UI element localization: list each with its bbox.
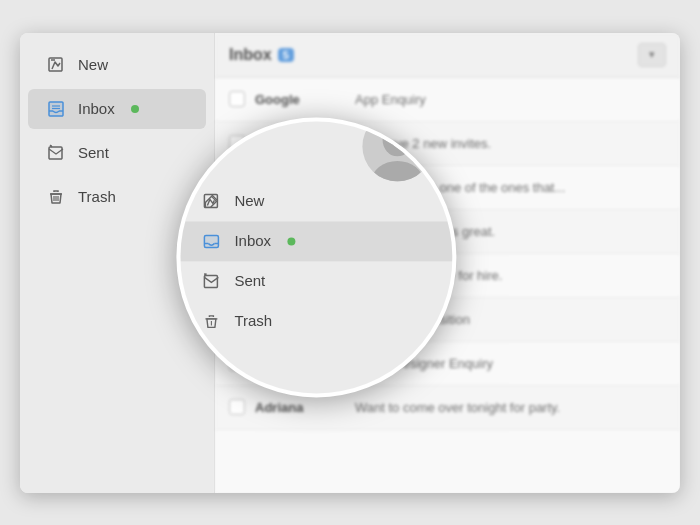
trash-icon — [200, 310, 222, 332]
circle-sidebar: New Inbox — [180, 176, 452, 393]
edit-icon — [46, 55, 66, 75]
table-row[interactable]: Google App Enquiry — [215, 78, 680, 122]
sent-icon — [46, 143, 66, 163]
toolbar-title: Inbox 5 — [229, 46, 294, 64]
circle-item-trash[interactable]: Trash — [180, 301, 452, 341]
circle-inner: New Inbox — [180, 121, 452, 393]
sidebar-trash-label: Trash — [78, 188, 116, 205]
circle-item-inbox[interactable]: Inbox — [180, 221, 452, 261]
sent-icon — [200, 270, 222, 292]
circle-sent-label: Sent — [234, 272, 265, 289]
inbox-dot — [131, 105, 139, 113]
inbox-badge: 5 — [278, 48, 294, 62]
svg-point-14 — [383, 122, 413, 155]
edit-icon — [200, 190, 222, 212]
svg-rect-0 — [49, 58, 62, 71]
sidebar-item-inbox[interactable]: Inbox — [28, 89, 206, 129]
email-sender: Google — [255, 92, 345, 107]
avatar — [362, 121, 432, 181]
sidebar-inbox-label: Inbox — [78, 100, 115, 117]
email-checkbox[interactable] — [229, 91, 245, 107]
dropdown-button[interactable]: ▾ — [638, 43, 666, 67]
circle-inbox-label: Inbox — [234, 232, 271, 249]
chevron-down-icon: ▾ — [649, 48, 655, 61]
email-sender: Adriana — [255, 400, 345, 415]
circle-new-label: New — [234, 192, 264, 209]
circle-overlay: New Inbox — [176, 117, 456, 397]
circle-inbox-dot — [287, 237, 295, 245]
sidebar-item-sent[interactable]: Sent — [28, 133, 206, 173]
sidebar-new-label: New — [78, 56, 108, 73]
email-checkbox[interactable] — [229, 399, 245, 415]
circle-item-sent[interactable]: Sent — [180, 261, 452, 301]
sidebar-sent-label: Sent — [78, 144, 109, 161]
app-container: New Inbox — [20, 33, 680, 493]
sidebar-item-trash[interactable]: Trash — [28, 177, 206, 217]
inbox-title-text: Inbox — [229, 46, 272, 64]
toolbar: Inbox 5 ▾ — [215, 33, 680, 78]
circle-trash-label: Trash — [234, 312, 272, 329]
inbox-icon — [200, 230, 222, 252]
circle-item-new[interactable]: New — [180, 181, 452, 221]
email-subject: App Enquiry — [355, 92, 426, 107]
sidebar-item-new[interactable]: New — [28, 45, 206, 85]
trash-icon — [46, 187, 66, 207]
email-subject: Want to come over tonight for party. — [355, 400, 560, 415]
inbox-icon — [46, 99, 66, 119]
